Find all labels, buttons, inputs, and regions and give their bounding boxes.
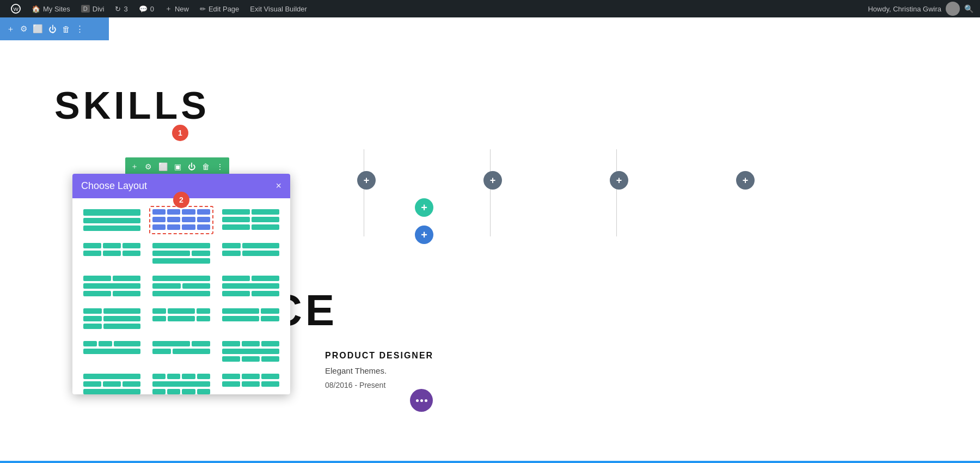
close-modal-button[interactable]: × [275, 180, 281, 192]
avatar [946, 2, 960, 16]
layout-option-mixed-b[interactable] [149, 272, 213, 300]
layout-option-sidebar-left[interactable] [80, 305, 144, 332]
comments-link[interactable]: 💬 0 [134, 0, 158, 17]
date-range: 08/2016 - Present [325, 381, 385, 389]
plus-icon: ＋ [165, 4, 172, 14]
layout-option-last-b[interactable] [149, 370, 213, 394]
divi-link[interactable]: D Divi [77, 0, 109, 17]
row-add-icon[interactable]: ＋ [131, 162, 138, 172]
pencil-icon: ✏ [200, 5, 206, 13]
section-settings-icon[interactable]: ⚙ [20, 24, 27, 34]
column-add-button-3[interactable]: + [610, 171, 628, 190]
layout-option-2col-b[interactable] [149, 240, 213, 267]
row-settings-icon[interactable]: ⚙ [145, 162, 152, 171]
dot-1 [416, 399, 419, 402]
column-add-button-4[interactable]: + [736, 171, 755, 190]
dot-2 [420, 399, 423, 402]
edit-page-link[interactable]: ✏ Edit Page [195, 0, 243, 17]
layout-option-mixed-c[interactable] [219, 272, 283, 300]
dots-menu-button[interactable] [410, 389, 433, 412]
divi-icon: D [81, 5, 90, 13]
layout-option-last-a[interactable] [80, 370, 144, 394]
row-more-icon[interactable]: ⋮ [216, 162, 224, 171]
layout-option-three-b[interactable] [149, 338, 213, 365]
admin-bar: W 🏠 My Sites D Divi ↻ 3 💬 0 ＋ New ✏ Edit… [0, 0, 980, 17]
row-duplicate-icon[interactable]: ⬜ [158, 162, 168, 171]
layout-options-grid [72, 198, 290, 394]
row-disable-icon[interactable]: ⏻ [188, 162, 195, 171]
section-delete-icon[interactable]: 🗑 [62, 25, 70, 34]
section-add-icon[interactable]: ＋ [7, 24, 15, 34]
company-name: Elegant Themes. [325, 366, 387, 375]
row-delete-icon[interactable]: 🗑 [202, 162, 210, 171]
layout-option-1col[interactable] [80, 206, 144, 234]
admin-bar-right: Howdy, Christina Gwira 🔍 [868, 2, 973, 16]
layout-option-center[interactable] [149, 305, 213, 332]
row-toolbar: ＋ ⚙ ⬜ ▣ ⏻ 🗑 ⋮ [125, 157, 229, 176]
section-toolbar: ＋ ⚙ ⬜ ⏻ 🗑 ⋮ [0, 17, 109, 40]
row-layout-icon[interactable]: ▣ [174, 162, 181, 171]
wp-logo[interactable]: W [7, 0, 25, 17]
dot-3 [425, 399, 427, 402]
column-divider-3 [616, 149, 617, 236]
column-divider-2 [490, 149, 491, 236]
section-more-icon[interactable]: ⋮ [76, 24, 84, 34]
howdy-text: Howdy, Christina Gwira [868, 5, 941, 13]
layout-option-3col-a[interactable] [80, 240, 144, 267]
admin-search-icon[interactable]: 🔍 [964, 4, 973, 13]
choose-layout-title: Choose Layout [81, 180, 147, 192]
skills-heading: SKILLS [54, 84, 210, 127]
layout-option-2col-a[interactable] [219, 206, 283, 234]
column-add-button-1[interactable]: + [357, 171, 376, 190]
my-sites-link[interactable]: 🏠 My Sites [27, 0, 75, 17]
product-designer-title: PRODUCT DESIGNER [325, 351, 433, 361]
badge-2: 2 [173, 192, 189, 208]
column-divider-1 [364, 149, 364, 236]
layout-option-three-a[interactable] [80, 338, 144, 365]
layout-option-sidebar-right[interactable] [219, 305, 283, 332]
layout-option-three-c[interactable] [219, 338, 283, 365]
comment-icon: 💬 [139, 5, 148, 13]
layout-option-4col[interactable] [149, 206, 213, 234]
choose-layout-modal: Choose Layout × 2 [72, 174, 290, 394]
revision-icon: ↻ [115, 5, 121, 13]
section-duplicate-icon[interactable]: ⬜ [33, 24, 43, 34]
column-add-teal-button[interactable]: + [415, 198, 433, 217]
column-add-button-2[interactable]: + [483, 171, 502, 190]
layout-option-last-c[interactable] [219, 370, 283, 394]
svg-text:W: W [14, 6, 19, 12]
exit-visual-builder-link[interactable]: Exit Visual Builder [246, 0, 311, 17]
bottom-accent-bar [0, 461, 980, 463]
layout-option-mixed-a[interactable] [80, 272, 144, 300]
column-add-blue-button[interactable]: + [415, 226, 433, 244]
revisions-link[interactable]: ↻ 3 [111, 0, 132, 17]
layout-option-2col-c[interactable] [219, 240, 283, 267]
new-link[interactable]: ＋ New [161, 0, 193, 17]
house-icon: 🏠 [32, 5, 40, 13]
main-content: SKILLS 1 ＋ ⚙ ⬜ ▣ ⏻ 🗑 ⋮ Choose Layout × 2 [0, 40, 980, 463]
section-disable-icon[interactable]: ⏻ [48, 25, 57, 34]
badge-1: 1 [172, 125, 188, 141]
